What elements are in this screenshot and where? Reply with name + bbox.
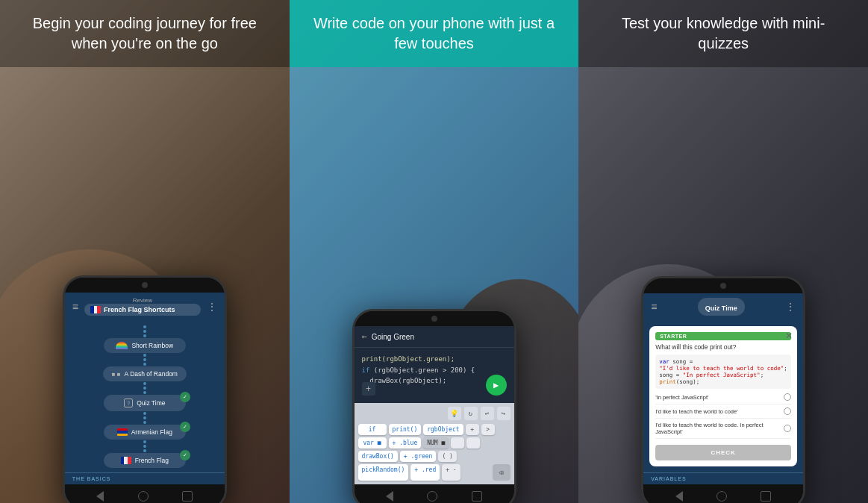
phone-3-screen: ≡ Quiz Time ⋮ STARTER ✕ What will this c… bbox=[643, 293, 803, 484]
phone-3-bottom-bar bbox=[643, 484, 803, 503]
p1-lesson-quiz-time[interactable]: ? Quiz Time ✓ bbox=[104, 395, 186, 411]
dash-random-label: A Dash of Random bbox=[125, 370, 178, 378]
kb-undo-icon[interactable]: ↩ bbox=[481, 407, 494, 420]
p1-menu-icon[interactable]: ≡ bbox=[72, 301, 78, 313]
french-flag-pill: French Flag bbox=[104, 453, 186, 468]
kb-backspace-btn[interactable]: ⌫ bbox=[493, 464, 511, 481]
p2-back-icon[interactable]: ← bbox=[362, 331, 367, 342]
p1-lesson-flow: Short Rainbow ■ ■ A Dash of Random bbox=[65, 320, 225, 472]
armenian-flag-pill: Armenian Flag bbox=[104, 425, 186, 440]
quiz-time-pill: ? Quiz Time bbox=[104, 395, 186, 411]
phone-1-top-bar bbox=[65, 278, 225, 293]
kb-refresh-icon[interactable]: ↻ bbox=[464, 407, 478, 420]
code-line-3: drawBox(rgbObject); bbox=[362, 375, 507, 386]
p1-lesson-dash-random[interactable]: ■ ■ A Dash of Random bbox=[103, 366, 187, 381]
p2-add-line-btn[interactable]: + bbox=[362, 382, 375, 396]
kb-key-gt[interactable]: > bbox=[481, 424, 495, 435]
p2-code-area: print(rgbObject.green); if (rgbObject.gr… bbox=[355, 348, 514, 403]
french-flag-icon bbox=[121, 457, 131, 464]
p2-kb-row-1: if print() rgbObject + > bbox=[358, 424, 511, 435]
p3-close-btn[interactable]: ✕ bbox=[785, 331, 793, 341]
kb-key-green[interactable]: + .green bbox=[400, 451, 437, 462]
home-nav-btn-2[interactable] bbox=[427, 491, 437, 502]
panel-2: Write code on your phone with just a few… bbox=[290, 0, 579, 503]
kb-key-paren[interactable]: ( ) bbox=[438, 451, 456, 462]
kb-key-num[interactable]: NUM ■ bbox=[423, 437, 449, 449]
phone-2-top-bar bbox=[355, 311, 514, 326]
p3-code-line-1: var song = bbox=[659, 358, 787, 365]
p3-question: What will this code print out? bbox=[655, 343, 791, 351]
p1-topbar: ≡ Review French Flag Shortcuts ⋮ bbox=[65, 293, 225, 320]
home-nav-btn-3[interactable] bbox=[716, 491, 727, 502]
kb-key-if[interactable]: if bbox=[358, 424, 387, 435]
panel-3-caption: Test your knowledge with mini-quizzes bbox=[578, 0, 868, 67]
kb-key-drawbox[interactable]: drawBox() bbox=[358, 451, 398, 462]
p3-more-icon[interactable]: ⋮ bbox=[785, 301, 796, 313]
phone-3-camera bbox=[720, 283, 726, 289]
p1-bottom-label: THE BASICS bbox=[65, 472, 225, 484]
p2-run-btn[interactable]: ▶ bbox=[486, 375, 507, 396]
phone-1: ≡ Review French Flag Shortcuts ⋮ bbox=[63, 275, 227, 503]
kb-key-var[interactable]: var ■ bbox=[358, 437, 387, 449]
back-nav-btn-3[interactable] bbox=[675, 491, 683, 502]
p1-dots-4 bbox=[143, 411, 146, 425]
p3-radio-2[interactable] bbox=[784, 407, 791, 415]
p3-title-pill: Quiz Time bbox=[698, 298, 745, 316]
armenian-flag-label: Armenian Flag bbox=[131, 428, 172, 436]
panel-2-caption: Write code on your phone with just a few… bbox=[290, 0, 579, 67]
phone-2-screen: ← Going Green print(rgbObject.green); if… bbox=[355, 326, 514, 484]
p1-lesson-armenian-flag[interactable]: Armenian Flag ✓ bbox=[104, 425, 186, 440]
kb-bulb-icon[interactable]: 💡 bbox=[448, 407, 461, 420]
p1-lesson-short-rainbow[interactable]: Short Rainbow bbox=[104, 338, 186, 353]
p1-more-icon[interactable]: ⋮ bbox=[207, 301, 217, 313]
back-nav-btn-2[interactable] bbox=[386, 491, 393, 502]
p2-kb-toolbar: 💡 ↻ ↩ ↪ bbox=[358, 407, 511, 420]
kb-key-plus[interactable]: + bbox=[466, 424, 479, 435]
french-flag-label: French Flag bbox=[135, 457, 169, 464]
kb-key-red[interactable]: + .red bbox=[410, 464, 440, 481]
p3-menu-icon[interactable]: ≡ bbox=[651, 301, 657, 313]
p2-title: Going Green bbox=[372, 333, 414, 341]
phone-3-wrap: ≡ Quiz Time ⋮ STARTER ✕ What will this c… bbox=[641, 276, 805, 503]
phone-1-camera bbox=[142, 282, 148, 288]
p1-lesson-french-flag[interactable]: French Flag ✓ bbox=[104, 453, 186, 468]
p3-option-1[interactable]: 'In perfect JavaScript' bbox=[655, 393, 791, 404]
p3-code-line-3: song = "In perfect JavaScript"; bbox=[659, 372, 787, 378]
phone-2: ← Going Green print(rgbObject.green); if… bbox=[352, 309, 516, 503]
kb-key-op3[interactable] bbox=[451, 437, 464, 449]
p1-dots-1 bbox=[143, 325, 146, 338]
recent-nav-btn-2[interactable] bbox=[472, 491, 482, 502]
quiz-check-icon: ✓ bbox=[180, 392, 190, 402]
p3-option-3[interactable]: I'd like to teach the world to code. In … bbox=[655, 422, 791, 439]
kb-key-blue[interactable]: + .blue bbox=[389, 437, 422, 449]
p3-bottom-label: VARIABLES bbox=[643, 472, 803, 484]
p3-option-3-text: I'd like to teach the world to code. In … bbox=[655, 422, 784, 435]
kb-key-pickrandom[interactable]: pickRandom() bbox=[358, 464, 409, 481]
recent-nav-btn[interactable] bbox=[182, 491, 193, 502]
p3-check-btn[interactable]: CHECK bbox=[655, 445, 791, 460]
p3-options: 'In perfect JavaScript' I'd like to teac… bbox=[655, 393, 791, 460]
short-rainbow-label: Short Rainbow bbox=[131, 342, 173, 349]
kb-key-op4[interactable] bbox=[466, 437, 480, 449]
p3-option-2[interactable]: I'd like to teach the world to code' bbox=[655, 407, 791, 419]
recent-nav-btn-3[interactable] bbox=[761, 491, 771, 502]
kb-redo-icon[interactable]: ↪ bbox=[497, 407, 511, 420]
p1-dots-3 bbox=[143, 381, 146, 395]
p1-dots-2 bbox=[143, 353, 146, 366]
back-nav-btn[interactable] bbox=[96, 491, 104, 502]
p3-code-line-4: print(song); bbox=[659, 378, 787, 385]
kb-key-rgbobject[interactable]: rgbObject bbox=[423, 424, 463, 435]
p3-title: Quiz Time bbox=[705, 304, 737, 312]
short-rainbow-pill: Short Rainbow bbox=[104, 338, 186, 353]
code-line-1: print(rgbObject.green); bbox=[362, 354, 507, 364]
p3-radio-3[interactable] bbox=[784, 425, 791, 432]
home-nav-btn[interactable] bbox=[138, 491, 149, 502]
kb-key-print[interactable]: print() bbox=[389, 424, 422, 435]
dash-random-pill: ■ ■ A Dash of Random bbox=[103, 366, 187, 381]
panel-3: Test your knowledge with mini-quizzes ≡ … bbox=[578, 0, 868, 503]
phone-3: ≡ Quiz Time ⋮ STARTER ✕ What will this c… bbox=[641, 276, 805, 503]
armenian-check-icon: ✓ bbox=[180, 422, 190, 432]
p3-radio-1[interactable] bbox=[784, 393, 791, 401]
kb-key-pm[interactable]: + - bbox=[442, 464, 460, 481]
phone-2-bottom-bar bbox=[355, 484, 514, 503]
